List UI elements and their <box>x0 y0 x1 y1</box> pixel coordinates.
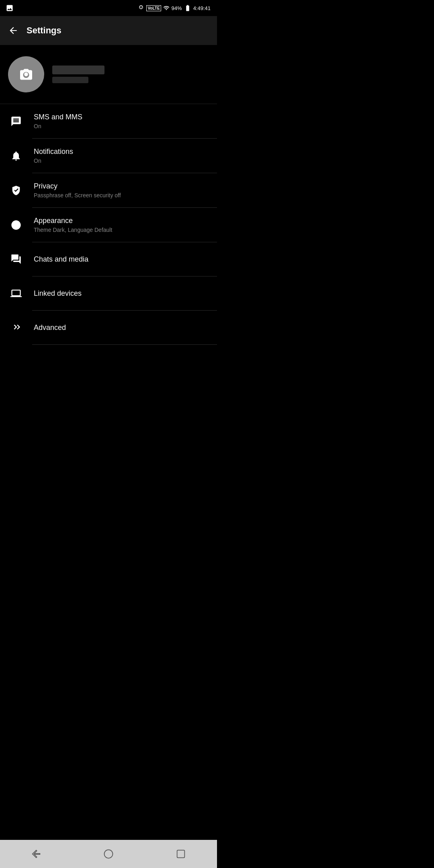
battery-icon <box>184 4 191 12</box>
sms-mms-text: SMS and MMS On <box>34 113 82 129</box>
appearance-subtitle: Theme Dark, Language Default <box>34 227 112 233</box>
advanced-icon <box>8 319 24 336</box>
settings-header: Settings <box>0 16 217 45</box>
signal-icon <box>163 5 170 11</box>
profile-name-block <box>52 66 104 83</box>
back-button[interactable] <box>8 25 18 36</box>
divider-7 <box>32 344 217 345</box>
page-title: Settings <box>27 25 61 36</box>
camera-icon <box>19 67 33 82</box>
chats-media-icon <box>8 251 24 267</box>
status-time: 4:49:41 <box>193 5 211 11</box>
alarm-icon <box>138 5 144 11</box>
avatar[interactable] <box>8 56 44 92</box>
privacy-text: Privacy Passphrase off, Screen security … <box>34 182 121 199</box>
settings-item-chats-media[interactable]: Chats and media <box>0 242 217 276</box>
volte-icon: VoLTE <box>146 5 161 11</box>
status-bar-right: VoLTE 94% 4:49:41 <box>138 4 211 12</box>
status-bar: VoLTE 94% 4:49:41 <box>0 0 217 16</box>
settings-item-notifications[interactable]: Notifications On <box>0 139 217 173</box>
gallery-icon <box>6 4 14 14</box>
settings-list: SMS and MMS On Notifications On <box>0 104 217 345</box>
linked-devices-title: Linked devices <box>34 289 82 298</box>
linked-devices-icon <box>8 285 24 301</box>
battery-percentage: 94% <box>172 5 182 11</box>
appearance-title: Appearance <box>34 217 112 225</box>
settings-item-linked-devices[interactable]: Linked devices <box>0 276 217 310</box>
notifications-icon <box>8 148 24 164</box>
privacy-icon <box>8 182 24 199</box>
linked-devices-text: Linked devices <box>34 289 82 298</box>
chats-media-title: Chats and media <box>34 255 88 264</box>
profile-section[interactable] <box>0 45 217 104</box>
privacy-subtitle: Passphrase off, Screen security off <box>34 192 121 199</box>
profile-sub-redacted <box>52 77 88 83</box>
settings-item-sms-mms[interactable]: SMS and MMS On <box>0 104 217 138</box>
notifications-text: Notifications On <box>34 147 73 164</box>
appearance-icon <box>8 217 24 233</box>
chats-media-text: Chats and media <box>34 255 88 264</box>
sms-mms-title: SMS and MMS <box>34 113 82 121</box>
sms-mms-subtitle: On <box>34 123 82 129</box>
sms-icon <box>8 113 24 129</box>
advanced-title: Advanced <box>34 323 66 332</box>
settings-item-advanced[interactable]: Advanced <box>0 311 217 344</box>
privacy-title: Privacy <box>34 182 121 190</box>
notifications-title: Notifications <box>34 147 73 156</box>
notifications-subtitle: On <box>34 158 73 164</box>
settings-item-privacy[interactable]: Privacy Passphrase off, Screen security … <box>0 173 217 207</box>
advanced-text: Advanced <box>34 323 66 332</box>
appearance-text: Appearance Theme Dark, Language Default <box>34 217 112 233</box>
settings-item-appearance[interactable]: Appearance Theme Dark, Language Default <box>0 208 217 242</box>
profile-name-redacted <box>52 66 104 74</box>
